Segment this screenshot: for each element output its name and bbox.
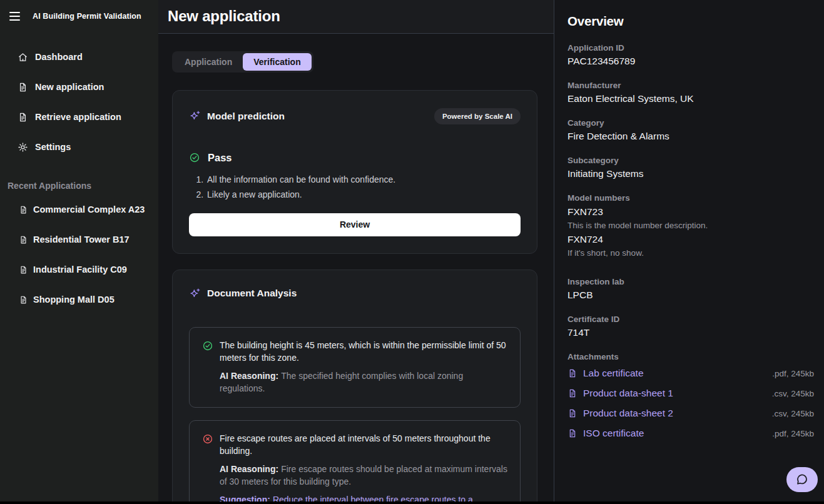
recent-item-label: Residential Tower B17 — [33, 234, 130, 244]
field-label: Inspection lab — [567, 276, 814, 287]
field-label: Model numbers — [567, 193, 814, 203]
model-prediction-card: Model prediction Powered by Scale AI Pas… — [172, 90, 537, 254]
ai-reasoning: AI Reasoning:The specified height compli… — [220, 370, 507, 395]
recent-item-industrial-facility[interactable]: Industrial Facility C09 — [0, 255, 158, 285]
field-model-numbers: Model numbers FXN723 This is the model n… — [567, 193, 814, 260]
document-icon — [19, 235, 28, 244]
sidebar-item-retrieve-application[interactable]: Retrieve application — [0, 102, 158, 132]
attachments-label: Attachments — [567, 351, 814, 362]
document-icon — [567, 368, 577, 378]
field-manufacturer: Manufacturer Eaton Electrical Systems, U… — [567, 80, 814, 105]
field-label: Certificate ID — [567, 314, 814, 325]
analysis-finding: The building height is 45 meters, which … — [220, 339, 507, 364]
analysis-finding: Fire escape routes are placed at interva… — [220, 432, 507, 457]
gear-icon — [18, 142, 28, 153]
field-value: Initiating Systems — [567, 168, 814, 180]
recent-item-shopping-mall[interactable]: Shopping Mall D05 — [0, 285, 158, 315]
x-circle-icon — [202, 433, 213, 445]
model-number: FXN723 — [567, 205, 814, 219]
attachment-meta: .csv, 245kb — [772, 409, 814, 418]
document-icon — [567, 428, 577, 438]
analysis-check-text: The building height is 45 meters, which … — [220, 339, 507, 395]
main-header: New application — [158, 0, 554, 34]
prediction-status-row: Pass — [189, 152, 521, 164]
recent-item-label: Shopping Mall D05 — [33, 295, 114, 305]
recent-applications-heading: Recent Applications — [0, 181, 158, 191]
document-icon — [18, 82, 28, 93]
model-number-description: If it's short, no show. — [567, 246, 814, 260]
powered-by-scale-badge: Powered by Scale AI — [434, 108, 521, 124]
prediction-reasons-list: All the information can be found with co… — [189, 172, 521, 202]
prediction-reason: All the information can be found with co… — [206, 172, 521, 187]
main-content: New application Application Verification… — [158, 0, 554, 504]
attachments-section: Attachments Lab certificate .pdf, 245kb … — [567, 351, 814, 443]
attachment-product-data-sheet-1[interactable]: Product data-sheet 1 .csv, 245kb — [567, 383, 814, 403]
sidebar-item-dashboard[interactable]: Dashboard — [0, 42, 158, 72]
sidebar-item-settings[interactable]: Settings — [0, 132, 158, 162]
chat-bubble-icon — [795, 473, 809, 486]
tab-application[interactable]: Application — [174, 53, 243, 71]
document-icon — [567, 388, 577, 398]
attachment-link[interactable]: Product data-sheet 2 — [583, 408, 673, 419]
document-analysis-card: Document Analysis The building height is… — [172, 270, 537, 504]
document-icon — [567, 408, 577, 418]
chat-button[interactable] — [786, 467, 818, 492]
sidebar-nav: Dashboard New application Retrieve appli… — [0, 42, 158, 162]
attachment-lab-certificate[interactable]: Lab certificate .pdf, 245kb — [567, 363, 814, 383]
model-prediction-header: Model prediction Powered by Scale AI — [189, 108, 521, 124]
sidebar: AI Building Permit Validation Dashboard … — [0, 0, 158, 504]
recent-item-residential-tower[interactable]: Residential Tower B17 — [0, 224, 158, 255]
ai-sparkle-icon — [189, 110, 201, 122]
attachment-link[interactable]: Lab certificate — [583, 368, 644, 379]
model-number-description: This is the model number description. — [567, 219, 814, 233]
ai-sparkle-icon — [189, 288, 201, 300]
field-value: LPCB — [567, 289, 814, 301]
analysis-check-pass: The building height is 45 meters, which … — [189, 327, 521, 408]
attachment-meta: .pdf, 245kb — [772, 369, 814, 378]
attachment-link[interactable]: Product data-sheet 1 — [583, 388, 673, 399]
field-category: Category Fire Detection & Alarms — [567, 118, 814, 143]
field-label: Manufacturer — [567, 80, 814, 91]
document-analysis-header: Document Analysis — [189, 288, 521, 300]
ai-reasoning-label: AI Reasoning: — [220, 371, 278, 381]
overview-title: Overview — [567, 14, 814, 29]
review-button[interactable]: Review — [189, 213, 521, 236]
sidebar-item-label: New application — [35, 82, 104, 92]
document-icon — [19, 265, 28, 275]
check-circle-icon — [189, 152, 200, 163]
field-value: 714T — [567, 326, 814, 339]
sidebar-item-new-application[interactable]: New application — [0, 72, 158, 102]
sidebar-item-label: Retrieve application — [35, 112, 121, 122]
document-analysis-title: Document Analysis — [207, 288, 297, 299]
field-value: Eaton Electrical Systems, UK — [567, 93, 814, 105]
field-label: Category — [567, 118, 814, 128]
document-icon — [18, 112, 28, 123]
ai-reasoning-label: AI Reasoning: — [220, 464, 278, 474]
model-prediction-title: Model prediction — [207, 111, 285, 122]
attachment-iso-certificate[interactable]: ISO certificate .pdf, 245kb — [567, 423, 814, 443]
ai-reasoning: AI Reasoning:Fire escape routes should b… — [220, 463, 507, 488]
recent-item-label: Commercial Complex A23 — [33, 204, 145, 214]
field-label: Application ID — [567, 43, 814, 53]
app-title: AI Building Permit Validation — [33, 12, 141, 21]
field-value: PAC123456789 — [567, 55, 814, 68]
home-icon — [18, 52, 28, 63]
model-number: FXN724 — [567, 233, 814, 246]
attachment-meta: .csv, 245kb — [772, 389, 814, 398]
attachment-product-data-sheet-2[interactable]: Product data-sheet 2 .csv, 245kb — [567, 403, 814, 423]
sidebar-item-label: Settings — [35, 142, 71, 152]
overview-panel: Overview Application ID PAC123456789 Man… — [554, 0, 824, 504]
recent-item-commercial-complex[interactable]: Commercial Complex A23 — [0, 194, 158, 224]
field-label: Subcategory — [567, 155, 814, 166]
field-value: Fire Detection & Alarms — [567, 130, 814, 143]
sidebar-item-label: Dashboard — [35, 52, 83, 62]
tab-group: Application Verification — [172, 51, 313, 73]
recent-item-label: Industrial Facility C09 — [33, 265, 127, 275]
page-title: New application — [168, 8, 280, 25]
attachment-link[interactable]: ISO certificate — [583, 428, 644, 439]
prediction-status: Pass — [208, 152, 232, 164]
window-bottom-edge — [0, 501, 824, 504]
document-icon — [19, 295, 28, 305]
tab-verification[interactable]: Verification — [243, 53, 311, 71]
hamburger-menu-button[interactable] — [8, 9, 23, 24]
